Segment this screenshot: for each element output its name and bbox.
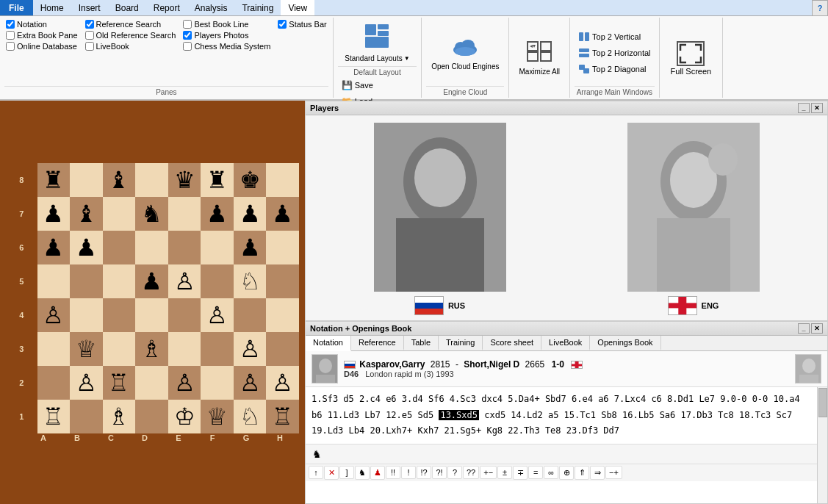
sym-plus-minus[interactable]: +−	[480, 466, 497, 479]
std-layouts-button[interactable]: Standard Layouts ▼	[339, 19, 414, 66]
livebook-checkbox[interactable]: LiveBook	[84, 41, 178, 51]
c1[interactable]: ♗	[103, 400, 136, 433]
menu-report[interactable]: Report	[146, 0, 187, 15]
tab-table[interactable]: Table	[404, 336, 439, 350]
sym-up-arrow[interactable]: ↑	[309, 466, 323, 479]
status-bar-checkbox[interactable]: Status Bar	[276, 19, 328, 29]
h8[interactable]	[266, 163, 299, 197]
help-icon[interactable]: ?	[812, 0, 828, 16]
top2-horizontal-button[interactable]: Top 2 Horizontal	[575, 46, 655, 60]
moves-scrollbar[interactable]	[817, 387, 827, 503]
e2[interactable]: ♙	[168, 366, 201, 400]
chess-board[interactable]: 8 ♜ ♝ ♛ ♜ ♚ 7 ♟ ♝ ♞ ♟	[6, 163, 299, 433]
e1[interactable]: ♔	[168, 400, 201, 433]
d7[interactable]: ♞	[135, 197, 168, 231]
tab-livebook[interactable]: LiveBook	[541, 336, 590, 350]
a3[interactable]	[37, 332, 71, 366]
d2[interactable]	[135, 366, 168, 400]
b6[interactable]: ♟	[70, 231, 103, 264]
f2[interactable]	[201, 366, 234, 400]
menu-home[interactable]: Home	[33, 0, 71, 15]
f7[interactable]: ♟	[201, 197, 234, 231]
menu-training[interactable]: Training	[234, 0, 281, 15]
tab-reference[interactable]: Reference	[351, 336, 404, 350]
menu-insert[interactable]: Insert	[71, 0, 108, 15]
b2[interactable]: ♙	[70, 366, 103, 400]
g7[interactable]: ♟	[234, 197, 267, 231]
notation-minimize-button[interactable]: _	[798, 323, 810, 334]
b1[interactable]	[70, 400, 103, 433]
sym-exclaim-question[interactable]: !?	[417, 466, 431, 479]
f6[interactable]	[201, 231, 234, 264]
e6[interactable]	[168, 231, 201, 264]
h6[interactable]	[266, 231, 299, 264]
sym-question-exclaim[interactable]: ?!	[432, 466, 447, 479]
f5[interactable]	[201, 264, 234, 298]
g6[interactable]: ♟	[234, 231, 267, 264]
a8[interactable]: ♜	[37, 163, 71, 197]
save-layout-button[interactable]: 💾 Save	[338, 78, 417, 93]
sym-circle-plus[interactable]: ⊕	[559, 466, 574, 480]
tab-notation[interactable]: Notation	[306, 336, 351, 351]
moves-area[interactable]: 1.Sf3 d5 2.c4 e6 3.d4 Sf6 4.Sc3 dxc4 5.D…	[306, 387, 817, 444]
sym-infinity[interactable]: ∞	[544, 466, 558, 479]
menu-file[interactable]: File	[0, 0, 33, 15]
tab-score-sheet[interactable]: Score sheet	[483, 336, 541, 350]
c3[interactable]	[103, 332, 136, 366]
h2[interactable]: ♙	[266, 366, 299, 400]
horse-icon[interactable]: ♞	[309, 446, 325, 462]
h1[interactable]: ♖	[266, 400, 299, 433]
sym-double-question[interactable]: ??	[463, 466, 479, 479]
g2[interactable]: ♙	[234, 366, 267, 400]
d3[interactable]: ♗	[135, 332, 168, 366]
old-ref-checkbox[interactable]: Old Reference Search	[84, 30, 178, 40]
g3[interactable]: ♙	[234, 332, 267, 366]
g4[interactable]	[234, 298, 267, 332]
scrollbar-thumb[interactable]	[818, 388, 827, 417]
sym-up-dbl-arrow[interactable]: ⇑	[575, 466, 589, 480]
fullscreen-button[interactable]: Full Screen	[664, 37, 719, 79]
panel-minimize-button[interactable]: _	[798, 103, 810, 113]
c6[interactable]	[103, 231, 136, 264]
best-book-checkbox[interactable]: Best Book Line	[181, 19, 272, 29]
c4[interactable]	[103, 298, 136, 332]
d5[interactable]: ♟	[135, 264, 168, 298]
f4[interactable]: ♙	[201, 298, 234, 332]
panel-close-button[interactable]: ✕	[811, 103, 823, 113]
g8[interactable]: ♚	[234, 163, 267, 197]
g5[interactable]: ♘	[234, 264, 267, 298]
chess-media-checkbox[interactable]: Chess Media System	[181, 41, 272, 51]
sym-knight-white[interactable]: ♞	[355, 466, 370, 480]
f8[interactable]: ♜	[201, 163, 234, 197]
sym-bracket[interactable]: ]	[339, 466, 354, 479]
h3[interactable]	[266, 332, 299, 366]
d4[interactable]	[135, 298, 168, 332]
h5[interactable]	[266, 264, 299, 298]
open-cloud-button[interactable]: Open Cloud Engines	[426, 32, 504, 74]
notation-checkbox[interactable]: Notation	[4, 19, 79, 29]
h7[interactable]: ♟	[266, 197, 299, 231]
sym-mp[interactable]: ∓	[513, 466, 528, 480]
a5[interactable]	[37, 264, 71, 298]
e3[interactable]	[168, 332, 201, 366]
b7[interactable]: ♝	[70, 197, 103, 231]
sym-pm[interactable]: ±	[497, 466, 512, 479]
notation-close-button[interactable]: ✕	[811, 323, 823, 334]
online-db-checkbox[interactable]: Online Database	[4, 41, 79, 51]
a2[interactable]	[37, 366, 71, 400]
sym-exclaim[interactable]: !	[401, 466, 416, 479]
a7[interactable]: ♟	[37, 197, 71, 231]
c7[interactable]	[103, 197, 136, 231]
b3[interactable]: ♕	[70, 332, 103, 366]
top2-diagonal-button[interactable]: Top 2 Diagonal	[575, 62, 655, 76]
b5[interactable]	[70, 264, 103, 298]
g1[interactable]: ♘	[234, 400, 267, 433]
c8[interactable]: ♝	[103, 163, 136, 197]
sym-pawn-black[interactable]: ♟	[370, 466, 385, 480]
sym-double-exclaim[interactable]: !!	[386, 466, 400, 479]
b8[interactable]	[70, 163, 103, 197]
c5[interactable]	[103, 264, 136, 298]
menu-analysis[interactable]: Analysis	[187, 0, 235, 15]
extra-book-checkbox[interactable]: Extra Book Pane	[4, 30, 79, 40]
sym-question[interactable]: ?	[447, 466, 462, 479]
